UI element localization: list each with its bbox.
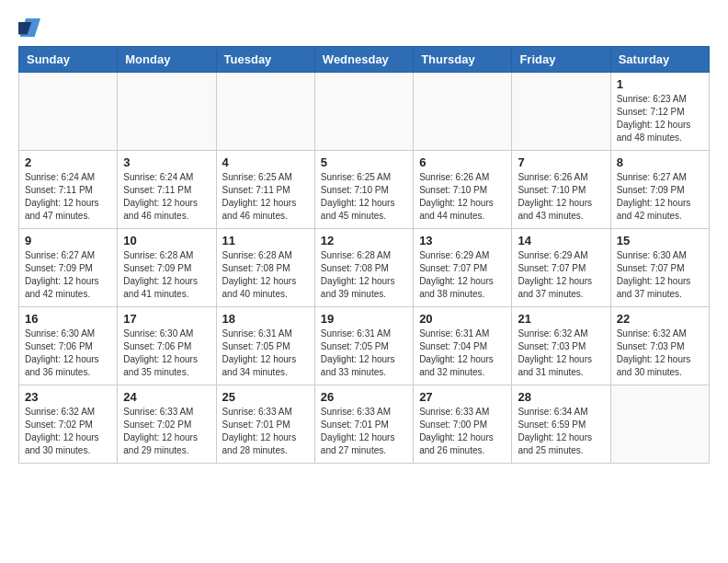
day-number: 18 xyxy=(222,312,309,326)
calendar-cell: 10Sunrise: 6:28 AM Sunset: 7:09 PM Dayli… xyxy=(118,229,216,307)
calendar-cell xyxy=(414,73,512,151)
weekday-header: Tuesday xyxy=(216,47,314,73)
day-info: Sunrise: 6:31 AM Sunset: 7:05 PM Dayligh… xyxy=(222,327,309,379)
day-info: Sunrise: 6:29 AM Sunset: 7:07 PM Dayligh… xyxy=(419,249,506,301)
day-info: Sunrise: 6:30 AM Sunset: 7:07 PM Dayligh… xyxy=(617,249,703,301)
calendar-cell: 11Sunrise: 6:28 AM Sunset: 7:08 PM Dayli… xyxy=(216,229,314,307)
day-number: 6 xyxy=(419,155,506,169)
day-number: 11 xyxy=(222,234,309,247)
calendar-cell: 17Sunrise: 6:30 AM Sunset: 7:06 PM Dayli… xyxy=(118,307,216,385)
calendar-cell: 4Sunrise: 6:25 AM Sunset: 7:11 PM Daylig… xyxy=(216,151,314,229)
weekday-header: Sunday xyxy=(19,47,118,73)
day-info: Sunrise: 6:26 AM Sunset: 7:10 PM Dayligh… xyxy=(419,171,506,223)
calendar-cell: 20Sunrise: 6:31 AM Sunset: 7:04 PM Dayli… xyxy=(414,307,512,385)
day-number: 12 xyxy=(321,234,407,247)
calendar-cell: 5Sunrise: 6:25 AM Sunset: 7:10 PM Daylig… xyxy=(314,151,413,229)
weekday-header: Saturday xyxy=(610,47,709,73)
day-number: 26 xyxy=(321,390,407,404)
day-info: Sunrise: 6:24 AM Sunset: 7:11 PM Dayligh… xyxy=(25,171,111,223)
calendar-cell: 23Sunrise: 6:32 AM Sunset: 7:02 PM Dayli… xyxy=(19,385,118,464)
day-number: 19 xyxy=(321,312,407,326)
calendar-cell: 12Sunrise: 6:28 AM Sunset: 7:08 PM Dayli… xyxy=(314,229,413,307)
day-info: Sunrise: 6:32 AM Sunset: 7:02 PM Dayligh… xyxy=(25,406,111,457)
calendar-week-row: 2Sunrise: 6:24 AM Sunset: 7:11 PM Daylig… xyxy=(19,151,710,229)
calendar-cell: 13Sunrise: 6:29 AM Sunset: 7:07 PM Dayli… xyxy=(414,229,512,307)
day-number: 27 xyxy=(419,390,506,404)
day-number: 15 xyxy=(617,234,703,247)
day-number: 7 xyxy=(518,155,604,169)
day-number: 21 xyxy=(518,312,604,326)
day-info: Sunrise: 6:26 AM Sunset: 7:10 PM Dayligh… xyxy=(518,171,604,223)
day-info: Sunrise: 6:33 AM Sunset: 7:02 PM Dayligh… xyxy=(123,406,210,457)
calendar-cell xyxy=(314,73,413,151)
weekday-header: Wednesday xyxy=(314,47,413,73)
day-number: 24 xyxy=(123,390,210,404)
logo-icon xyxy=(18,18,40,37)
calendar-week-row: 16Sunrise: 6:30 AM Sunset: 7:06 PM Dayli… xyxy=(19,307,710,385)
calendar-cell: 28Sunrise: 6:34 AM Sunset: 6:59 PM Dayli… xyxy=(512,385,610,464)
day-info: Sunrise: 6:33 AM Sunset: 7:01 PM Dayligh… xyxy=(222,406,309,457)
calendar-cell xyxy=(216,73,314,151)
day-info: Sunrise: 6:29 AM Sunset: 7:07 PM Dayligh… xyxy=(518,249,604,301)
day-number: 8 xyxy=(617,155,703,169)
day-number: 13 xyxy=(419,234,506,247)
calendar-cell: 26Sunrise: 6:33 AM Sunset: 7:01 PM Dayli… xyxy=(314,385,413,464)
day-info: Sunrise: 6:25 AM Sunset: 7:10 PM Dayligh… xyxy=(321,171,407,223)
calendar-week-row: 1Sunrise: 6:23 AM Sunset: 7:12 PM Daylig… xyxy=(19,73,710,151)
calendar-table: SundayMondayTuesdayWednesdayThursdayFrid… xyxy=(18,46,710,464)
calendar-cell: 6Sunrise: 6:26 AM Sunset: 7:10 PM Daylig… xyxy=(414,151,512,229)
day-number: 22 xyxy=(617,312,703,326)
calendar-cell xyxy=(118,73,216,151)
calendar-cell: 16Sunrise: 6:30 AM Sunset: 7:06 PM Dayli… xyxy=(19,307,118,385)
day-info: Sunrise: 6:27 AM Sunset: 7:09 PM Dayligh… xyxy=(25,249,111,301)
calendar-cell: 19Sunrise: 6:31 AM Sunset: 7:05 PM Dayli… xyxy=(314,307,413,385)
calendar-cell: 15Sunrise: 6:30 AM Sunset: 7:07 PM Dayli… xyxy=(610,229,709,307)
day-info: Sunrise: 6:28 AM Sunset: 7:08 PM Dayligh… xyxy=(222,249,309,301)
calendar-cell: 22Sunrise: 6:32 AM Sunset: 7:03 PM Dayli… xyxy=(610,307,709,385)
day-number: 2 xyxy=(25,155,111,169)
day-number: 4 xyxy=(222,155,309,169)
calendar-week-row: 23Sunrise: 6:32 AM Sunset: 7:02 PM Dayli… xyxy=(19,385,710,464)
day-number: 28 xyxy=(518,390,604,404)
calendar-cell xyxy=(610,385,709,464)
day-info: Sunrise: 6:25 AM Sunset: 7:11 PM Dayligh… xyxy=(222,171,309,223)
day-number: 25 xyxy=(222,390,309,404)
weekday-header: Monday xyxy=(118,47,216,73)
calendar-cell: 3Sunrise: 6:24 AM Sunset: 7:11 PM Daylig… xyxy=(118,151,216,229)
day-number: 5 xyxy=(321,155,407,169)
calendar-week-row: 9Sunrise: 6:27 AM Sunset: 7:09 PM Daylig… xyxy=(19,229,710,307)
logo xyxy=(18,18,44,37)
page-header xyxy=(18,18,710,37)
day-number: 20 xyxy=(419,312,506,326)
day-number: 10 xyxy=(123,234,210,247)
calendar-cell: 7Sunrise: 6:26 AM Sunset: 7:10 PM Daylig… xyxy=(512,151,610,229)
calendar-cell: 2Sunrise: 6:24 AM Sunset: 7:11 PM Daylig… xyxy=(19,151,118,229)
calendar-cell: 1Sunrise: 6:23 AM Sunset: 7:12 PM Daylig… xyxy=(610,73,709,151)
day-info: Sunrise: 6:30 AM Sunset: 7:06 PM Dayligh… xyxy=(25,327,111,379)
calendar-header-row: SundayMondayTuesdayWednesdayThursdayFrid… xyxy=(19,47,710,73)
day-info: Sunrise: 6:31 AM Sunset: 7:05 PM Dayligh… xyxy=(321,327,407,379)
day-info: Sunrise: 6:33 AM Sunset: 7:00 PM Dayligh… xyxy=(419,406,506,457)
calendar-cell: 18Sunrise: 6:31 AM Sunset: 7:05 PM Dayli… xyxy=(216,307,314,385)
calendar-cell: 14Sunrise: 6:29 AM Sunset: 7:07 PM Dayli… xyxy=(512,229,610,307)
day-info: Sunrise: 6:31 AM Sunset: 7:04 PM Dayligh… xyxy=(419,327,506,379)
day-number: 16 xyxy=(25,312,111,326)
calendar-cell: 8Sunrise: 6:27 AM Sunset: 7:09 PM Daylig… xyxy=(610,151,709,229)
day-info: Sunrise: 6:27 AM Sunset: 7:09 PM Dayligh… xyxy=(617,171,703,223)
day-info: Sunrise: 6:34 AM Sunset: 6:59 PM Dayligh… xyxy=(518,406,604,457)
day-number: 17 xyxy=(123,312,210,326)
calendar-cell xyxy=(512,73,610,151)
day-number: 9 xyxy=(25,234,111,247)
calendar-cell: 25Sunrise: 6:33 AM Sunset: 7:01 PM Dayli… xyxy=(216,385,314,464)
calendar-cell: 9Sunrise: 6:27 AM Sunset: 7:09 PM Daylig… xyxy=(19,229,118,307)
day-info: Sunrise: 6:30 AM Sunset: 7:06 PM Dayligh… xyxy=(123,327,210,379)
day-info: Sunrise: 6:24 AM Sunset: 7:11 PM Dayligh… xyxy=(123,171,210,223)
weekday-header: Friday xyxy=(512,47,610,73)
day-number: 23 xyxy=(25,390,111,404)
day-info: Sunrise: 6:23 AM Sunset: 7:12 PM Dayligh… xyxy=(617,93,703,144)
day-number: 14 xyxy=(518,234,604,247)
day-info: Sunrise: 6:32 AM Sunset: 7:03 PM Dayligh… xyxy=(617,327,703,379)
day-info: Sunrise: 6:28 AM Sunset: 7:09 PM Dayligh… xyxy=(123,249,210,301)
day-info: Sunrise: 6:33 AM Sunset: 7:01 PM Dayligh… xyxy=(321,406,407,457)
day-number: 1 xyxy=(617,77,703,91)
